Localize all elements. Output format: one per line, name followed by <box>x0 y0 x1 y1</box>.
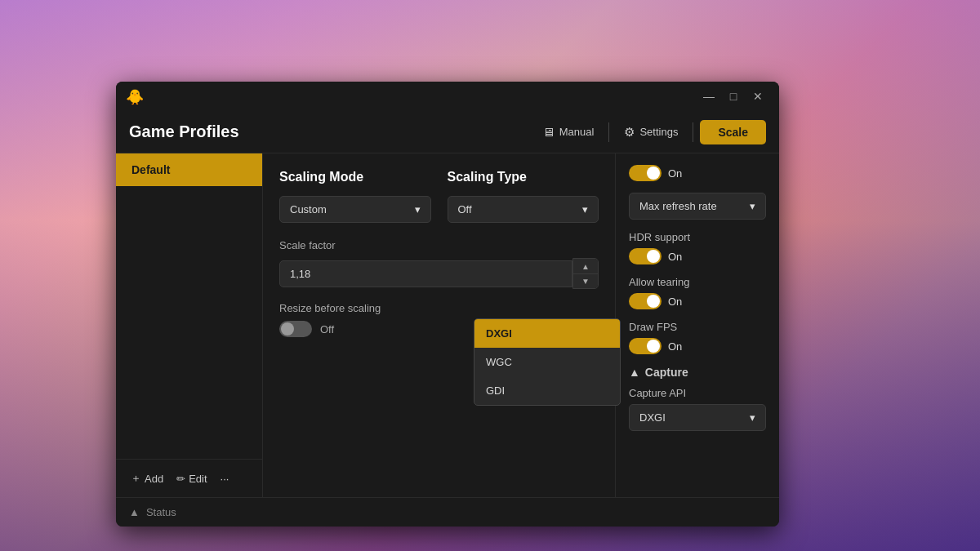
allow-tearing-toggle-label: On <box>668 295 682 308</box>
draw-fps-section: Draw FPS On <box>629 321 766 354</box>
plus-icon: ＋ <box>131 471 141 486</box>
headerbar: Game Profiles 🖥 Manual ⚙ Settings Scale <box>116 111 779 153</box>
sidebar-footer: ＋ Add ✏ Edit ··· <box>116 459 262 497</box>
max-refresh-section: Max refresh rate ▾ <box>629 193 766 220</box>
scale-button[interactable]: Scale <box>700 120 766 144</box>
scale-up-button[interactable]: ▲ <box>573 259 598 273</box>
status-label: Status <box>146 506 176 518</box>
allow-tearing-toggle[interactable] <box>629 293 662 309</box>
chevron-down-icon3: ▾ <box>750 200 755 212</box>
draw-fps-label: Draw FPS <box>629 321 766 333</box>
monitor-icon: 🖥 <box>542 125 555 139</box>
close-button[interactable]: ✕ <box>746 85 769 108</box>
capture-collapse-btn[interactable]: ▲ Capture <box>629 366 766 379</box>
chevron-down-icon2: ▾ <box>582 203 588 216</box>
resize-label: Resize before scaling <box>279 302 599 314</box>
scale-factor-section: Scale factor ▲ ▼ <box>279 239 599 289</box>
titlebar: 🐥 — □ ✕ <box>116 82 779 111</box>
add-button[interactable]: ＋ Add <box>126 468 168 489</box>
edit-button[interactable]: ✏ Edit <box>172 469 212 488</box>
app-icon: 🐥 <box>126 88 142 104</box>
chevron-down-icon4: ▾ <box>750 411 755 424</box>
hdr-toggle-row: On <box>629 248 766 264</box>
collapse-icon: ▲ <box>629 366 640 379</box>
sidebar: Default ＋ Add ✏ Edit ··· <box>116 153 263 497</box>
global-toggle-section: On <box>629 165 766 181</box>
capture-section: ▲ Capture Capture API DXGI ▾ <box>629 366 766 431</box>
dropdown-option-gdi[interactable]: GDI <box>474 376 620 405</box>
draw-fps-toggle-label: On <box>668 340 682 353</box>
chevron-down-icon: ▾ <box>415 203 421 216</box>
gear-icon: ⚙ <box>624 125 635 140</box>
hdr-toggle-label: On <box>668 251 682 263</box>
dropdown-option-wgc[interactable]: WGC <box>474 348 620 376</box>
allow-tearing-label: Allow tearing <box>629 276 766 288</box>
hdr-section: HDR support On <box>629 231 766 264</box>
main-window: 🐥 — □ ✕ Game Profiles 🖥 Manual ⚙ Setting… <box>116 82 779 527</box>
collapse-status-icon: ▲ <box>129 506 140 518</box>
capture-api-dropdown[interactable]: DXGI ▾ <box>629 404 766 431</box>
scale-factor-input[interactable] <box>279 260 572 287</box>
allow-tearing-toggle-row: On <box>629 293 766 309</box>
draw-fps-toggle-row: On <box>629 338 766 354</box>
maximize-button[interactable]: □ <box>722 85 745 108</box>
dropdown-option-dxgi[interactable]: DXGI <box>474 319 620 348</box>
hdr-toggle[interactable] <box>629 248 662 264</box>
settings-button[interactable]: ⚙ Settings <box>616 120 686 144</box>
scaling-type-dropdown[interactable]: Off ▾ <box>448 196 599 223</box>
resize-toggle[interactable] <box>279 321 312 337</box>
manual-button[interactable]: 🖥 Manual <box>534 120 603 144</box>
scale-factor-row: ▲ ▼ <box>279 258 599 289</box>
divider <box>608 122 609 142</box>
capture-api-label: Capture API <box>629 387 766 399</box>
scaling-mode-dropdown[interactable]: Custom ▾ <box>279 196 431 223</box>
minimize-button[interactable]: — <box>697 85 720 108</box>
scaling-mode-title: Scaling Mode <box>279 170 431 184</box>
more-button[interactable]: ··· <box>216 469 234 488</box>
statusbar: ▲ Status <box>116 497 779 527</box>
max-refresh-dropdown[interactable]: Max refresh rate ▾ <box>629 193 766 220</box>
resize-value: Off <box>320 323 334 335</box>
global-toggle-row: On <box>629 165 766 181</box>
scaling-type-col: Scaling Type Off ▾ <box>448 170 599 223</box>
body: Default ＋ Add ✏ Edit ··· <box>116 153 779 497</box>
right-panel: On Max refresh rate ▾ HDR support On <box>616 153 779 497</box>
scale-factor-label: Scale factor <box>279 239 599 251</box>
pencil-icon: ✏ <box>176 473 185 485</box>
scaling-type-title: Scaling Type <box>448 170 599 184</box>
scaling-mode-col: Scaling Mode Custom ▾ <box>279 170 431 223</box>
global-toggle[interactable] <box>629 165 662 181</box>
header-controls: 🖥 Manual ⚙ Settings Scale <box>534 120 766 144</box>
sidebar-item-default[interactable]: Default <box>116 153 262 186</box>
hdr-label: HDR support <box>629 231 766 243</box>
capture-api-dropdown-popup: DXGI WGC GDI <box>474 318 621 406</box>
scaling-row: Scaling Mode Custom ▾ Scaling Type Off ▾ <box>279 170 599 223</box>
divider2 <box>693 122 693 142</box>
global-toggle-label: On <box>668 167 682 180</box>
draw-fps-toggle[interactable] <box>629 338 662 354</box>
allow-tearing-section: Allow tearing On <box>629 276 766 309</box>
scale-arrows: ▲ ▼ <box>572 258 599 289</box>
page-title: Game Profiles <box>129 122 534 141</box>
scale-down-button[interactable]: ▼ <box>573 273 598 288</box>
